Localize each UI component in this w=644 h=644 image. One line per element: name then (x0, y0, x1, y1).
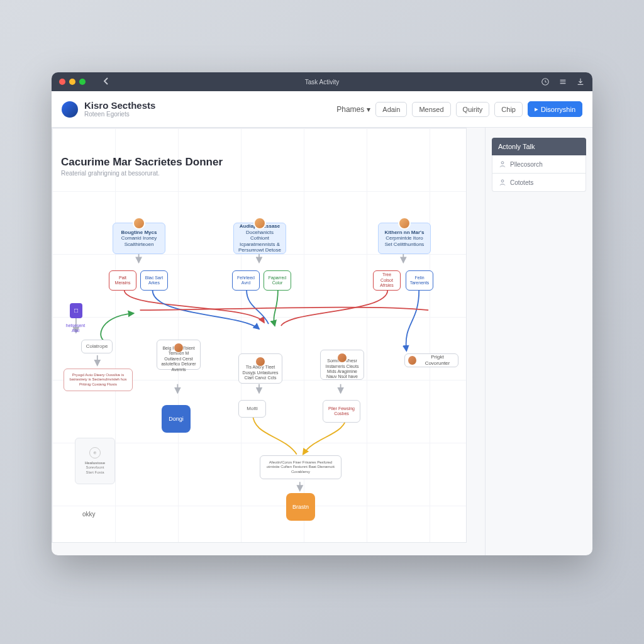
chevron-down-icon: ▾ (367, 105, 370, 114)
mid-node-2[interactable]: Tis Abery Tleet Dosyjs Untastures Clart … (238, 353, 282, 384)
sub-node-1a[interactable]: PaitMerains (109, 270, 136, 291)
stage-node-3[interactable]: Kithern nn Mar's Cerpmintde Itoro Set Ce… (378, 223, 431, 254)
canvas-scroll[interactable]: Cacurime Mar Sacrietes Donner Reaterial … (52, 128, 486, 555)
user-icon (499, 179, 506, 186)
nav-dropdown[interactable]: Phames ▾ (336, 105, 370, 114)
brand-logo-icon (62, 101, 78, 118)
avatar-icon (408, 355, 417, 365)
assignee-node[interactable]: Prigkt Covorunter (404, 353, 458, 367)
sidebar-head: Actonly Talk (492, 138, 586, 155)
avatar-icon (337, 353, 347, 363)
doc-title: Cacurime Mar Sacrietes Donner (61, 156, 223, 169)
sub-node-1b[interactable]: Biac SartArkes (140, 270, 168, 291)
final-blue[interactable]: Dongi (162, 405, 191, 433)
app-window: Task Activity Kisro Secthests Roteen Ego… (52, 72, 592, 555)
nav-btn-1[interactable]: Adain (375, 102, 407, 117)
svg-point-2 (501, 180, 504, 182)
close-icon[interactable] (59, 79, 65, 85)
result-node[interactable]: Piler FewsingCosbes (323, 400, 360, 423)
titlebar: Task Activity (52, 72, 592, 91)
minimize-icon[interactable] (69, 79, 75, 85)
sidebar-item-1[interactable]: Pllecosorch (492, 155, 586, 174)
source-pill-label: hetsesent Atal (66, 321, 85, 336)
side-card[interactable]: e Healustose Sorevfoont Slart Fosta (75, 438, 115, 484)
final-orange[interactable]: Brastn (286, 493, 315, 521)
plain-node[interactable]: Motti (238, 400, 266, 418)
back-button[interactable] (103, 77, 109, 87)
nav-btn-3[interactable]: Quirity (456, 102, 490, 117)
window-title: Task Activity (305, 79, 339, 86)
maximize-icon[interactable] (79, 79, 86, 85)
user-icon (499, 160, 506, 168)
okay-label: okky (82, 511, 96, 518)
nav-btn-4[interactable]: Chip (494, 102, 523, 117)
sidebar-item-2[interactable]: Cototets (492, 174, 586, 192)
avatar-icon (174, 343, 184, 353)
avatar-icon (133, 217, 145, 230)
top-nav: Phames ▾ Adain Mensed Quirity Chip ▸ Dis… (336, 101, 582, 117)
mid-node-3[interactable]: Sommile Vhesr Instarreris Cleots Mids Ar… (320, 350, 364, 380)
mid-node-1[interactable]: Beig Pain Tbient Temiren M Outlared Cers… (157, 340, 201, 370)
menu-icon[interactable] (558, 77, 567, 86)
app-header: Kisro Secthests Roteen Egoriets Phames ▾… (52, 91, 592, 128)
category-box[interactable]: Colatrope (81, 340, 113, 353)
sub-node-3b[interactable]: FelinTarenents (406, 270, 433, 291)
avatar-icon (255, 357, 265, 367)
info-icon: e (89, 447, 101, 458)
source-pill[interactable]: □ (70, 303, 82, 318)
right-sidebar: Actonly Talk Pllecosorch Cototets (486, 128, 592, 555)
diagram-canvas[interactable]: Cacurime Mar Sacrietes Donner Reaterial … (52, 128, 467, 543)
clock-icon[interactable] (541, 77, 550, 86)
description-box[interactable]: Pryogd Auto Dieery Oussilve is batrastre… (64, 369, 133, 391)
window-controls (59, 79, 86, 85)
svg-point-1 (501, 162, 504, 164)
avatar-icon (253, 217, 266, 230)
brand-title: Kisro Secthests (84, 101, 155, 111)
sub-node-3a[interactable]: Tree ColsotAfrsies (373, 270, 401, 291)
brand: Kisro Secthests Roteen Egoriets (62, 101, 155, 118)
doc-subtitle: Reaterial grahrigning at bessorurat. (61, 170, 223, 177)
sub-node-2a[interactable]: FehrteedAvrd (232, 270, 260, 291)
brand-subtitle: Roteen Egoriets (84, 111, 155, 118)
content-area: Cacurime Mar Sacrietes Donner Reaterial … (52, 128, 592, 555)
nav-btn-2[interactable]: Mensed (412, 102, 450, 117)
avatar-icon (398, 217, 411, 230)
sub-node-2b[interactable]: FaparredColor (264, 270, 291, 291)
stage-node-2[interactable]: Audlaper Essase Docehanicts Cothiont Icp… (233, 223, 286, 254)
download-icon[interactable] (576, 77, 585, 86)
stage-node-1[interactable]: Bougtine Mycs Comanid Ironey Scalthirteo… (113, 223, 165, 254)
summary-node[interactable]: Afeutin/Coros Fiser Frisares Pesfored ot… (260, 455, 341, 479)
play-icon: ▸ (535, 105, 538, 113)
nav-primary-button[interactable]: ▸ Disorryshin (528, 101, 582, 117)
